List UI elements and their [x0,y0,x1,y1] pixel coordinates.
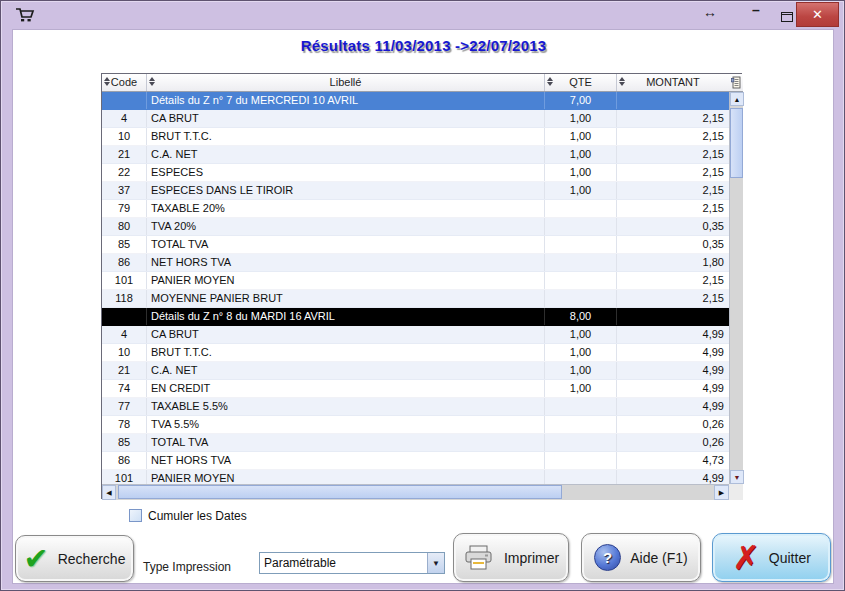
vertical-scroll-thumb[interactable] [730,108,743,178]
cell-libelle: BRUT T.T.C. [147,128,545,145]
cell-libelle: TVA 20% [147,218,545,235]
cell-libelle: PANIER MOYEN [147,470,545,484]
table-row[interactable]: 22ESPECES1,002,15 [102,164,729,182]
help-glyph: ? [603,549,612,566]
scroll-right-button[interactable]: ▶ [714,485,729,500]
cell-libelle: EN CREDIT [147,380,545,397]
table-row[interactable]: 79TAXABLE 20%2,15 [102,200,729,218]
cell-montant: 4,99 [617,380,729,397]
minimize-button[interactable]: – [743,2,769,18]
table-row[interactable]: 4CA BRUT1,002,15 [102,110,729,128]
vertical-scrollbar[interactable]: ▲ ▼ [729,92,743,484]
column-header-montant[interactable]: MONTANT [617,74,729,91]
scroll-up-button[interactable]: ▲ [730,92,744,106]
cell-code: 86 [102,452,147,469]
cell-libelle: TOTAL TVA [147,434,545,451]
table-row[interactable]: 4CA BRUT1,004,99 [102,326,729,344]
cell-code [102,308,147,325]
cell-montant: 4,99 [617,326,729,343]
cell-libelle: MOYENNE PANIER BRUT [147,290,545,307]
quitter-button[interactable]: ✗ Quitter [712,533,831,582]
cell-montant: 0,35 [617,236,729,253]
close-button[interactable]: ✕ [796,2,839,27]
column-header-libelle[interactable]: Libellé [147,74,545,91]
right-arrow-icon: ▶ [719,489,724,497]
field-chooser-button[interactable] [729,74,743,92]
grid-header: Code Libellé QTE MONTANT [102,74,729,92]
cell-libelle: PANIER MOYEN [147,272,545,289]
cell-montant [617,92,729,109]
table-row[interactable]: 85TOTAL TVA0,26 [102,434,729,452]
cell-montant: 0,26 [617,416,729,433]
sort-icon [618,77,626,89]
recherche-button[interactable]: ✔ Recherche [15,535,134,582]
cell-qte [545,434,617,451]
table-row[interactable]: 10BRUT T.T.C.1,002,15 [102,128,729,146]
cell-qte [545,272,617,289]
cell-qte: 1,00 [545,344,617,361]
type-impression-dropdown[interactable]: Paramétrable ▼ [259,552,445,574]
resize-button[interactable]: ↔ [697,4,723,20]
cell-montant: 2,15 [617,182,729,199]
cell-code: 21 [102,362,147,379]
cell-qte [545,470,617,484]
dropdown-selected-value: Paramétrable [260,553,427,573]
table-row[interactable]: 101PANIER MOYEN4,99 [102,470,729,484]
table-row[interactable]: 21C.A. NET1,002,15 [102,146,729,164]
recherche-button-label: Recherche [58,551,126,567]
column-header-label: QTE [569,76,592,88]
cell-qte: 1,00 [545,362,617,379]
table-row[interactable]: 80TVA 20%0,35 [102,218,729,236]
column-header-qte[interactable]: QTE [545,74,617,91]
cell-montant: 0,35 [617,218,729,235]
imprimer-button[interactable]: Imprimer [453,533,569,582]
table-row[interactable]: 86NET HORS TVA4,73 [102,452,729,470]
aide-button-label: Aide (F1) [630,550,688,566]
scroll-down-button[interactable]: ▼ [730,470,744,484]
cell-qte: 1,00 [545,146,617,163]
cell-libelle: ESPECES DANS LE TIROIR [147,182,545,199]
scroll-left-button[interactable]: ◀ [102,485,116,500]
cell-code: 77 [102,398,147,415]
horizontal-scrollbar[interactable]: ◀ ▶ [102,484,729,500]
cell-qte [545,218,617,235]
dropdown-arrow-button[interactable]: ▼ [427,553,444,573]
cell-libelle: TAXABLE 20% [147,200,545,217]
cell-montant: 4,73 [617,452,729,469]
cell-code: 22 [102,164,147,181]
table-row[interactable]: 74EN CREDIT1,004,99 [102,380,729,398]
cell-montant: 4,99 [617,344,729,361]
cell-libelle: ESPECES [147,164,545,181]
cell-code: 86 [102,254,147,271]
table-row[interactable]: 77TAXABLE 5.5%4,99 [102,398,729,416]
cell-libelle: C.A. NET [147,362,545,379]
table-row[interactable]: 37ESPECES DANS LE TIROIR1,002,15 [102,182,729,200]
table-row[interactable]: 10BRUT T.T.C.1,004,99 [102,344,729,362]
cell-code [102,92,147,109]
aide-button[interactable]: ? Aide (F1) [581,533,701,582]
type-impression-label: Type Impression [143,560,231,574]
cell-montant: 2,15 [617,128,729,145]
cell-qte: 1,00 [545,128,617,145]
printer-icon [463,544,495,572]
cell-montant: 2,15 [617,164,729,181]
cell-qte: 1,00 [545,164,617,181]
cell-montant: 0,26 [617,434,729,451]
horizontal-scroll-thumb[interactable] [118,485,562,499]
field-chooser-icon [731,76,741,89]
table-row[interactable]: 85TOTAL TVA0,35 [102,236,729,254]
cell-qte: 7,00 [545,92,617,109]
table-row[interactable]: 86NET HORS TVA1,80 [102,254,729,272]
cell-code: 118 [102,290,147,307]
table-row[interactable]: 21C.A. NET1,004,99 [102,362,729,380]
table-row[interactable]: 78TVA 5.5%0,26 [102,416,729,434]
table-row[interactable]: 118MOYENNE PANIER BRUT2,15 [102,290,729,308]
cumuler-les-dates-checkbox[interactable] [129,509,142,522]
sort-icon [546,77,554,89]
column-header-code[interactable]: Code [102,74,147,91]
section-row[interactable]: Détails du Z n° 8 du MARDI 16 AVRIL8,00 [102,308,729,326]
cell-montant: 2,15 [617,200,729,217]
section-row[interactable]: Détails du Z n° 7 du MERCREDI 10 AVRIL7,… [102,92,729,110]
cell-code: 85 [102,434,147,451]
table-row[interactable]: 101PANIER MOYEN2,15 [102,272,729,290]
